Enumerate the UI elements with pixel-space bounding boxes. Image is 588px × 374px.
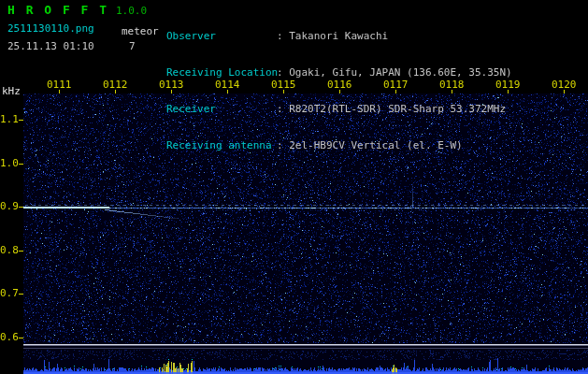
- time-tick-0113: 0113: [159, 79, 183, 91]
- app-version: 1.0.0: [116, 5, 147, 17]
- info-label-location: Receiving Location: [166, 66, 277, 79]
- info-value-receiver: : R820T2(RTL-SDR) SDR-Sharp 53.372MHz: [277, 103, 506, 115]
- hrofft-app-window: H R O F F T 1.0.0 2511130110.png meteor …: [0, 0, 588, 374]
- time-tick-0117: 0117: [383, 79, 408, 91]
- time-tick-0120: 0120: [552, 79, 576, 91]
- info-row-observer: Observer : Takanori Kawachi: [166, 30, 512, 42]
- info-value-location: : Ogaki, Gifu, JAPAN (136.60E, 35.35N): [277, 66, 512, 79]
- freq-tick-0.7: 0.7: [0, 287, 17, 299]
- info-row-location: Receiving Location : Ogaki, Gifu, JAPAN …: [166, 66, 512, 79]
- echo-count: 7: [129, 40, 136, 52]
- observation-datetime: 25.11.13 01:10: [7, 40, 94, 52]
- time-tick-0118: 0118: [439, 79, 464, 91]
- freq-tick-1.0: 1.0: [0, 157, 17, 169]
- freq-tick-1.1: 1.1: [0, 113, 17, 125]
- info-row-receiver: Receiver : R820T2(RTL-SDR) SDR-Sharp 53.…: [166, 103, 512, 115]
- info-label-observer: Observer: [166, 30, 277, 42]
- time-tick-0116: 0116: [327, 79, 351, 91]
- station-info-panel: Observer : Takanori Kawachi Receiving Lo…: [166, 6, 512, 176]
- time-tick-0115: 0115: [271, 79, 295, 91]
- info-label-receiver: Receiver: [166, 103, 277, 115]
- freq-tick-0.6: 0.6: [0, 331, 17, 343]
- freq-tick-0.9: 0.9: [0, 200, 17, 212]
- app-title: H R O F F T: [7, 3, 108, 17]
- info-value-antenna: : 2el-HB9CV Vertical (el. E-W): [277, 139, 463, 151]
- info-value-observer: : Takanori Kawachi: [277, 30, 388, 42]
- time-tick-0112: 0112: [103, 79, 127, 91]
- time-tick-0111: 0111: [47, 79, 71, 91]
- output-filename: 2511130110.png: [7, 22, 94, 35]
- time-tick-0114: 0114: [215, 79, 239, 91]
- info-row-antenna: Receiving antenna : 2el-HB9CV Vertical (…: [166, 139, 512, 151]
- time-tick-0119: 0119: [495, 79, 520, 91]
- freq-tick-0.8: 0.8: [0, 244, 17, 256]
- info-label-antenna: Receiving antenna: [166, 139, 277, 151]
- y-axis-unit-label: kHz: [2, 85, 21, 97]
- mode-label: meteor: [122, 25, 159, 37]
